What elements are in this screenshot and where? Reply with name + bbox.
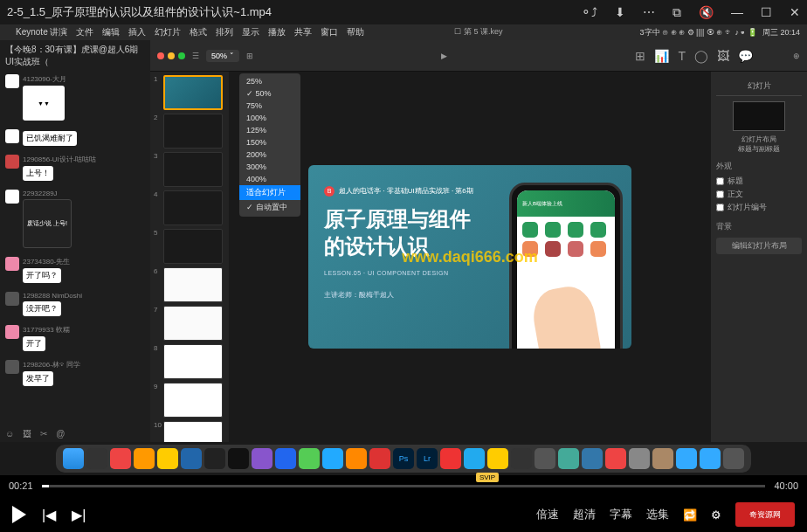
zoom-option[interactable]: 150% <box>239 136 300 149</box>
layout-thumb[interactable] <box>733 101 785 131</box>
speed-button[interactable]: 倍速 <box>536 507 559 522</box>
menu-share[interactable]: 共享 <box>294 26 312 38</box>
comment-icon[interactable]: 💬 <box>738 49 753 63</box>
zoom-option[interactable]: 300% <box>239 161 300 173</box>
app-name[interactable]: Keynote 讲演 <box>16 26 67 38</box>
zoom-option[interactable]: 75% <box>239 100 300 112</box>
loop-icon[interactable]: 🔁 <box>683 508 697 522</box>
check-body[interactable]: 正文 <box>716 188 802 201</box>
menu-view[interactable]: 显示 <box>242 26 259 38</box>
dock-app-icon[interactable] <box>369 448 390 469</box>
collaborate-icon[interactable]: ⊕ <box>793 52 800 60</box>
slide-thumb[interactable] <box>163 344 223 379</box>
menu-window[interactable]: 窗口 <box>321 26 338 38</box>
dock-app-icon[interactable] <box>511 448 532 469</box>
dock-app-icon[interactable] <box>558 448 579 469</box>
zoom-selector[interactable]: 50% ˅ <box>206 50 239 62</box>
zoom-option[interactable]: 400% <box>239 173 300 185</box>
dock-app-icon[interactable] <box>181 448 202 469</box>
zoom-option[interactable]: 100% <box>239 112 300 124</box>
dock-app-icon[interactable] <box>487 448 508 469</box>
subtitle-button[interactable]: 字幕 <box>610 507 632 522</box>
dock-app-icon[interactable] <box>629 448 650 469</box>
menu-file[interactable]: 文件 <box>76 26 93 38</box>
zoom-option[interactable]: 125% <box>239 124 300 136</box>
mute-icon[interactable]: 🔇 <box>699 5 714 19</box>
fullscreen-icon[interactable] <box>178 52 185 59</box>
zoom-option[interactable]: 25% <box>239 75 300 87</box>
dock-app-icon[interactable] <box>440 448 461 469</box>
emoji-icon[interactable]: ☺ <box>5 429 14 439</box>
check-title[interactable]: 标题 <box>716 175 802 188</box>
table-icon[interactable]: ⊞ <box>635 49 645 63</box>
play-icon[interactable]: ▶ <box>441 52 447 60</box>
photoshop-icon[interactable]: Ps <box>393 448 414 469</box>
dock-app-icon[interactable] <box>605 448 626 469</box>
more-icon[interactable]: ⋯ <box>643 5 655 19</box>
wechat-icon[interactable] <box>299 448 320 469</box>
lightroom-icon[interactable]: Lr <box>417 448 438 469</box>
dock-app-icon[interactable] <box>346 448 367 469</box>
menu-insert[interactable]: 插入 <box>128 26 146 38</box>
menu-arrange[interactable]: 排列 <box>216 26 233 38</box>
minimize-window-icon[interactable] <box>168 52 175 59</box>
dock-app-icon[interactable] <box>676 448 697 469</box>
qq-icon[interactable] <box>322 448 343 469</box>
text-icon[interactable]: T <box>678 49 686 63</box>
finder-icon[interactable] <box>63 448 84 469</box>
menu-help[interactable]: 帮助 <box>347 26 364 38</box>
prev-button[interactable]: |◀ <box>42 507 56 523</box>
main-slide[interactable]: B 超人的电话亭 · 零基础UI精品实战班 · 第6期 原子原理与组件 的设计认… <box>308 165 631 349</box>
zoom-option[interactable]: 50% <box>239 87 300 100</box>
view-icon[interactable]: ☰ <box>192 52 199 60</box>
dock-app-icon[interactable] <box>86 448 107 469</box>
dock-app-icon[interactable] <box>157 448 178 469</box>
minimize-icon[interactable]: — <box>731 5 743 19</box>
slide-thumb[interactable] <box>163 229 223 264</box>
dock-app-icon[interactable] <box>204 448 225 469</box>
dock-app-icon[interactable] <box>275 448 296 469</box>
dock-app-icon[interactable] <box>464 448 485 469</box>
slide-thumb[interactable] <box>163 421 223 442</box>
share-icon[interactable]: ⚬⤴ <box>581 5 597 19</box>
media-icon[interactable]: 🖼 <box>717 49 729 63</box>
maximize-icon[interactable]: ☐ <box>761 5 772 19</box>
play-button[interactable] <box>12 506 26 523</box>
image-icon[interactable]: 🖼 <box>23 429 31 439</box>
menu-play[interactable]: 播放 <box>268 26 286 38</box>
next-button[interactable]: ▶| <box>72 507 86 523</box>
shape-icon[interactable]: ◯ <box>694 49 708 63</box>
slide-thumb[interactable] <box>163 190 223 225</box>
zoom-option[interactable]: 200% <box>239 149 300 161</box>
zoom-auto-option[interactable]: 自动置中 <box>239 200 300 215</box>
pip-icon[interactable]: ⧉ <box>672 5 681 20</box>
menu-format[interactable]: 格式 <box>190 26 207 38</box>
menu-edit[interactable]: 编辑 <box>102 26 120 38</box>
edit-layout-button[interactable]: 编辑幻灯片布局 <box>716 238 802 254</box>
menu-slide[interactable]: 幻灯片 <box>155 26 181 38</box>
close-icon[interactable]: ✕ <box>790 5 800 19</box>
chart-icon[interactable]: 📊 <box>654 49 669 63</box>
notion-icon[interactable] <box>228 448 249 469</box>
dock-app-icon[interactable] <box>582 448 603 469</box>
zoom-fit-option[interactable]: 适合幻灯片 <box>239 185 300 200</box>
add-slide-icon[interactable]: ⊞ <box>246 52 253 60</box>
dock-app-icon[interactable] <box>652 448 673 469</box>
close-window-icon[interactable] <box>157 52 164 59</box>
download-icon[interactable]: ⬇ <box>615 5 625 19</box>
slide-thumb[interactable] <box>163 267 223 302</box>
settings-icon[interactable]: ⚙ <box>711 508 721 522</box>
dock-app-icon[interactable] <box>110 448 131 469</box>
quality-button[interactable]: 超清 <box>573 507 596 522</box>
episodes-button[interactable]: 选集 <box>646 507 669 522</box>
trash-icon[interactable] <box>723 448 744 469</box>
at-icon[interactable]: @ <box>56 429 65 439</box>
slide-thumb[interactable] <box>163 383 223 418</box>
slide-thumb[interactable] <box>163 306 223 341</box>
slide-thumb[interactable] <box>163 114 223 149</box>
slide-thumb[interactable] <box>163 152 223 187</box>
slide-thumb[interactable] <box>163 75 223 110</box>
slide-thumbnails[interactable]: 1 2 3 4 5 6 7 8 9 10 11 12 <box>150 72 229 442</box>
obs-icon[interactable] <box>535 448 555 469</box>
slide-canvas[interactable]: B 超人的电话亭 · 零基础UI精品实战班 · 第6期 原子原理与组件 的设计认… <box>229 72 711 442</box>
